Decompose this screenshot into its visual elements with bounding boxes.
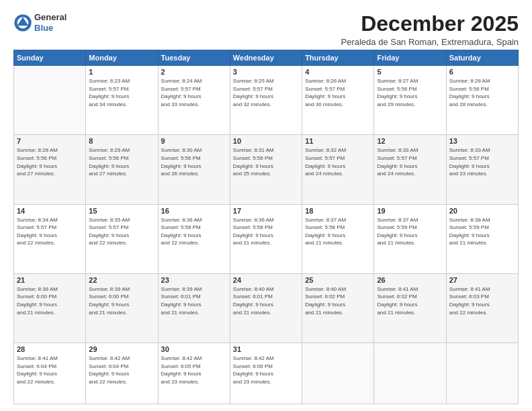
day-info: Sunrise: 8:40 AM Sunset: 6:02 PM Dayligh… bbox=[305, 285, 371, 316]
subtitle: Peraleda de San Roman, Extremadura, Spai… bbox=[341, 37, 519, 47]
day-number: 4 bbox=[305, 68, 371, 76]
day-info: Sunrise: 8:40 AM Sunset: 6:01 PM Dayligh… bbox=[233, 285, 299, 316]
table-row: 12Sunrise: 8:33 AM Sunset: 5:57 PM Dayli… bbox=[374, 135, 446, 204]
day-info: Sunrise: 8:28 AM Sunset: 5:56 PM Dayligh… bbox=[449, 77, 515, 108]
table-row bbox=[14, 66, 86, 135]
table-row: 2Sunrise: 8:24 AM Sunset: 5:57 PM Daylig… bbox=[158, 66, 230, 135]
day-info: Sunrise: 8:33 AM Sunset: 5:57 PM Dayligh… bbox=[449, 146, 515, 177]
day-info: Sunrise: 8:35 AM Sunset: 5:57 PM Dayligh… bbox=[89, 216, 154, 247]
day-number: 12 bbox=[377, 137, 443, 145]
day-number: 8 bbox=[89, 137, 154, 145]
day-number: 28 bbox=[17, 345, 83, 353]
day-info: Sunrise: 8:23 AM Sunset: 5:57 PM Dayligh… bbox=[89, 77, 154, 108]
day-info: Sunrise: 8:41 AM Sunset: 6:02 PM Dayligh… bbox=[377, 285, 443, 316]
day-number: 7 bbox=[17, 137, 83, 145]
day-number: 14 bbox=[17, 207, 83, 215]
calendar-week-row: 7Sunrise: 8:28 AM Sunset: 5:56 PM Daylig… bbox=[14, 135, 519, 204]
table-row: 4Sunrise: 8:26 AM Sunset: 5:57 PM Daylig… bbox=[302, 66, 374, 135]
table-row: 21Sunrise: 8:38 AM Sunset: 6:00 PM Dayli… bbox=[14, 273, 86, 342]
day-info: Sunrise: 8:31 AM Sunset: 5:56 PM Dayligh… bbox=[233, 146, 299, 177]
day-number: 27 bbox=[449, 276, 515, 284]
day-info: Sunrise: 8:39 AM Sunset: 6:01 PM Dayligh… bbox=[161, 285, 227, 316]
table-row: 15Sunrise: 8:35 AM Sunset: 5:57 PM Dayli… bbox=[86, 204, 158, 273]
month-title: December 2025 bbox=[341, 12, 519, 36]
day-info: Sunrise: 8:38 AM Sunset: 6:00 PM Dayligh… bbox=[17, 285, 83, 316]
table-row: 13Sunrise: 8:33 AM Sunset: 5:57 PM Dayli… bbox=[446, 135, 518, 204]
day-info: Sunrise: 8:41 AM Sunset: 6:03 PM Dayligh… bbox=[449, 285, 515, 316]
calendar-week-row: 14Sunrise: 8:34 AM Sunset: 5:57 PM Dayli… bbox=[14, 204, 519, 273]
day-info: Sunrise: 8:30 AM Sunset: 5:56 PM Dayligh… bbox=[161, 146, 227, 177]
day-info: Sunrise: 8:24 AM Sunset: 5:57 PM Dayligh… bbox=[161, 77, 227, 108]
day-info: Sunrise: 8:42 AM Sunset: 6:05 PM Dayligh… bbox=[161, 355, 227, 385]
day-number: 17 bbox=[233, 207, 299, 215]
table-row: 18Sunrise: 8:37 AM Sunset: 5:58 PM Dayli… bbox=[302, 204, 374, 273]
table-row: 30Sunrise: 8:42 AM Sunset: 6:05 PM Dayli… bbox=[158, 342, 230, 404]
table-row bbox=[446, 342, 518, 404]
day-info: Sunrise: 8:26 AM Sunset: 5:57 PM Dayligh… bbox=[305, 77, 371, 108]
day-number: 1 bbox=[89, 68, 154, 76]
table-row: 16Sunrise: 8:36 AM Sunset: 5:58 PM Dayli… bbox=[158, 204, 230, 273]
day-info: Sunrise: 8:28 AM Sunset: 5:56 PM Dayligh… bbox=[17, 146, 83, 177]
day-number: 13 bbox=[449, 137, 515, 145]
table-row: 29Sunrise: 8:42 AM Sunset: 6:04 PM Dayli… bbox=[86, 342, 158, 404]
calendar-week-row: 1Sunrise: 8:23 AM Sunset: 5:57 PM Daylig… bbox=[14, 66, 519, 135]
table-row: 17Sunrise: 8:36 AM Sunset: 5:58 PM Dayli… bbox=[230, 204, 302, 273]
table-row: 31Sunrise: 8:42 AM Sunset: 6:06 PM Dayli… bbox=[230, 342, 302, 404]
calendar-week-row: 28Sunrise: 8:41 AM Sunset: 6:04 PM Dayli… bbox=[14, 342, 519, 404]
day-info: Sunrise: 8:33 AM Sunset: 5:57 PM Dayligh… bbox=[377, 146, 443, 177]
day-number: 9 bbox=[161, 137, 227, 145]
day-info: Sunrise: 8:41 AM Sunset: 6:04 PM Dayligh… bbox=[17, 355, 83, 385]
table-row: 6Sunrise: 8:28 AM Sunset: 5:56 PM Daylig… bbox=[446, 66, 518, 135]
day-number: 20 bbox=[449, 207, 515, 215]
day-info: Sunrise: 8:27 AM Sunset: 5:56 PM Dayligh… bbox=[377, 77, 443, 108]
day-info: Sunrise: 8:36 AM Sunset: 5:58 PM Dayligh… bbox=[161, 216, 227, 247]
page: General Blue December 2025 Peraleda de S… bbox=[0, 0, 532, 411]
calendar-header-row: Sunday Monday Tuesday Wednesday Thursday… bbox=[14, 50, 519, 66]
day-number: 16 bbox=[161, 207, 227, 215]
col-tuesday: Tuesday bbox=[158, 50, 230, 66]
col-saturday: Saturday bbox=[446, 50, 518, 66]
title-block: December 2025 Peraleda de San Roman, Ext… bbox=[341, 12, 519, 47]
calendar-table: Sunday Monday Tuesday Wednesday Thursday… bbox=[13, 50, 519, 404]
day-number: 19 bbox=[377, 207, 443, 215]
day-info: Sunrise: 8:29 AM Sunset: 5:56 PM Dayligh… bbox=[89, 146, 154, 177]
day-info: Sunrise: 8:36 AM Sunset: 5:58 PM Dayligh… bbox=[233, 216, 299, 247]
table-row: 11Sunrise: 8:32 AM Sunset: 5:57 PM Dayli… bbox=[302, 135, 374, 204]
day-number: 21 bbox=[17, 276, 83, 284]
table-row: 27Sunrise: 8:41 AM Sunset: 6:03 PM Dayli… bbox=[446, 273, 518, 342]
day-number: 30 bbox=[161, 345, 227, 353]
day-info: Sunrise: 8:42 AM Sunset: 6:04 PM Dayligh… bbox=[89, 355, 154, 385]
day-number: 6 bbox=[449, 68, 515, 76]
table-row: 5Sunrise: 8:27 AM Sunset: 5:56 PM Daylig… bbox=[374, 66, 446, 135]
day-number: 23 bbox=[161, 276, 227, 284]
header: General Blue December 2025 Peraleda de S… bbox=[13, 12, 519, 47]
logo-blue: Blue bbox=[34, 23, 53, 33]
table-row: 8Sunrise: 8:29 AM Sunset: 5:56 PM Daylig… bbox=[86, 135, 158, 204]
day-number: 18 bbox=[305, 207, 371, 215]
table-row bbox=[374, 342, 446, 404]
table-row: 28Sunrise: 8:41 AM Sunset: 6:04 PM Dayli… bbox=[14, 342, 86, 404]
day-number: 29 bbox=[89, 345, 154, 353]
day-info: Sunrise: 8:42 AM Sunset: 6:06 PM Dayligh… bbox=[233, 355, 299, 385]
table-row: 22Sunrise: 8:39 AM Sunset: 6:00 PM Dayli… bbox=[86, 273, 158, 342]
table-row: 23Sunrise: 8:39 AM Sunset: 6:01 PM Dayli… bbox=[158, 273, 230, 342]
logo-icon bbox=[13, 13, 32, 32]
day-number: 3 bbox=[233, 68, 299, 76]
day-number: 10 bbox=[233, 137, 299, 145]
col-sunday: Sunday bbox=[14, 50, 86, 66]
logo-general: General bbox=[34, 12, 66, 22]
day-info: Sunrise: 8:34 AM Sunset: 5:57 PM Dayligh… bbox=[17, 216, 83, 247]
day-info: Sunrise: 8:39 AM Sunset: 6:00 PM Dayligh… bbox=[89, 285, 154, 316]
table-row bbox=[302, 342, 374, 404]
table-row: 10Sunrise: 8:31 AM Sunset: 5:56 PM Dayli… bbox=[230, 135, 302, 204]
day-info: Sunrise: 8:37 AM Sunset: 5:59 PM Dayligh… bbox=[377, 216, 443, 247]
table-row: 26Sunrise: 8:41 AM Sunset: 6:02 PM Dayli… bbox=[374, 273, 446, 342]
table-row: 20Sunrise: 8:38 AM Sunset: 5:59 PM Dayli… bbox=[446, 204, 518, 273]
day-number: 24 bbox=[233, 276, 299, 284]
day-number: 26 bbox=[377, 276, 443, 284]
table-row: 25Sunrise: 8:40 AM Sunset: 6:02 PM Dayli… bbox=[302, 273, 374, 342]
col-wednesday: Wednesday bbox=[230, 50, 302, 66]
col-thursday: Thursday bbox=[302, 50, 374, 66]
day-number: 2 bbox=[161, 68, 227, 76]
logo-text: General Blue bbox=[34, 12, 66, 33]
